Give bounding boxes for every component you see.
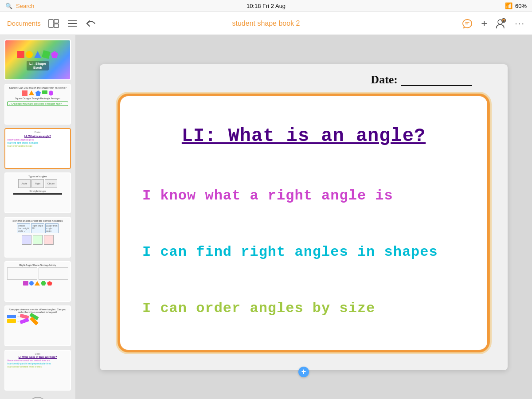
slide-title: LI: What is an angle? [142, 125, 465, 147]
slide-wrapper-3: 3 Date: LI: What is an angle? I know wha… [4, 128, 71, 169]
slide-thumbnail-7[interactable]: Use pipe cleaners to make different angl… [4, 305, 71, 346]
add-slide-button[interactable]: + [30, 397, 46, 399]
more-options-button[interactable]: ··· [515, 18, 525, 28]
slide-wrapper-5: 5 Sort the angles under the correct head… [4, 217, 71, 258]
slide-wrapper-7: 7 Use pipe cleaners to make different an… [4, 305, 71, 346]
slide-thumbnail-3[interactable]: Date: LI: What is an angle? I know what … [4, 128, 71, 169]
main-area: 1 L.I. ShapeBook 2 Star [0, 35, 532, 399]
slide-thumbnail-1[interactable]: L.I. ShapeBook [4, 39, 71, 80]
date-input-line[interactable] [401, 74, 472, 86]
slide-add-content-button[interactable]: + [298, 367, 309, 377]
add-button[interactable]: + [481, 17, 487, 30]
slide-canvas: Date: LI: What is an angle? I know what … [100, 64, 508, 370]
undo-icon[interactable] [85, 19, 97, 28]
toolbar: Documents student shape book 2 [0, 12, 532, 35]
slide-thumbnail-6[interactable]: Right Angle Shape Sorting Activity [4, 261, 71, 302]
objective-1: I know what a right angle is [142, 184, 465, 207]
content-card: LI: What is an angle? I know what a righ… [117, 94, 490, 352]
status-time: 10:18 Fri 2 Aug [246, 3, 286, 9]
svg-rect-1 [54, 20, 59, 23]
panel-layout-icon[interactable] [48, 19, 59, 28]
status-right: 📶 60% [505, 2, 527, 9]
slide-wrapper-8: 8 Date: LI: What types of lines are ther… [4, 350, 71, 391]
documents-button[interactable]: Documents [7, 20, 41, 27]
slide-thumbnail-8[interactable]: Date: LI: What types of lines are there?… [4, 350, 71, 391]
slide-panel: 1 L.I. ShapeBook 2 Star [0, 35, 75, 399]
slide-wrapper-4: 4 Types of angles Acute Right Obtuse Str… [4, 172, 71, 213]
search-icon: 🔍 [5, 3, 12, 9]
svg-rect-0 [49, 20, 53, 27]
wifi-icon: 📶 [505, 2, 512, 9]
slide-wrapper-6: 6 Right Angle Shape Sorting Activity [4, 261, 71, 302]
objective-2: I can find right angles in shapes [142, 240, 465, 264]
slide-wrapper-2: 2 Starter: Can you match the shape with … [4, 84, 71, 125]
battery-indicator: 60% [515, 3, 527, 9]
status-bar: 🔍 Search 10:18 Fri 2 Aug 📶 60% [0, 0, 532, 12]
date-area: Date: [117, 73, 490, 86]
date-label: Date: [371, 73, 398, 86]
document-title: student shape book 2 [232, 20, 300, 27]
slide-thumbnail-4[interactable]: Types of angles Acute Right Obtuse Strai… [4, 172, 71, 213]
slide-thumbnail-2[interactable]: Starter: Can you match the shape with it… [4, 84, 71, 125]
status-search-label[interactable]: Search [16, 3, 34, 9]
svg-rect-2 [54, 24, 59, 27]
slide-thumbnail-5[interactable]: Sort the angles under the correct headin… [4, 217, 71, 258]
content-area: Date: LI: What is an angle? I know what … [75, 35, 532, 399]
annotation-icon[interactable] [462, 19, 473, 28]
svg-text:+: + [503, 20, 505, 22]
profile-icon[interactable]: + [495, 19, 507, 28]
objective-3: I can order angles by size [142, 297, 465, 320]
list-icon[interactable] [66, 19, 78, 28]
slide-wrapper-1: 1 L.I. ShapeBook [4, 39, 71, 80]
